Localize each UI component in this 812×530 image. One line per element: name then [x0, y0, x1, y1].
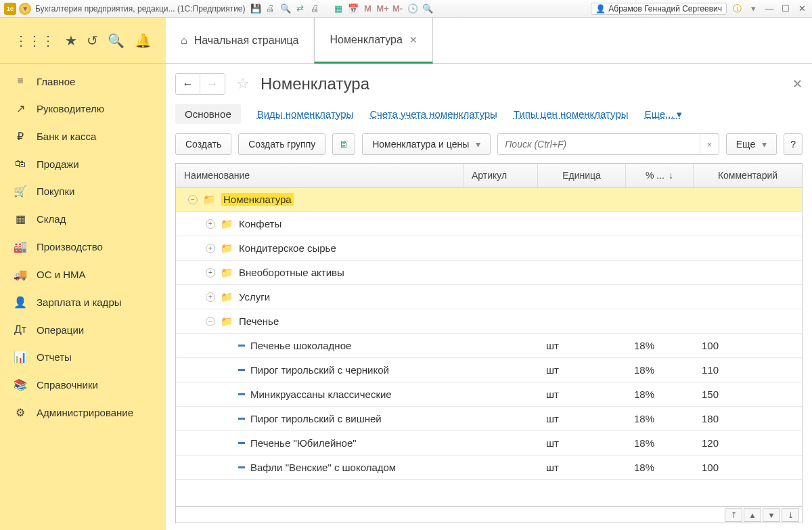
scroll-top-button[interactable]: ⤒ [725, 508, 742, 522]
info-dropdown-icon[interactable]: ▾ [747, 3, 759, 15]
memory-mminus-icon[interactable]: M- [392, 3, 404, 15]
sidebar-item-0[interactable]: ≡Главное [0, 68, 166, 95]
favorite-star-icon[interactable]: ☆ [236, 75, 250, 93]
tree-toggle-icon[interactable]: + [206, 244, 215, 253]
search-input[interactable] [498, 134, 699, 154]
table-row[interactable]: Миникруассаны классическиешт18%150 [176, 382, 802, 407]
tree-toggle-icon[interactable]: − [188, 195, 198, 204]
create-group-button[interactable]: Создать группу [238, 133, 325, 155]
sidebar-item-7[interactable]: 🚚ОС и НМА [0, 261, 166, 288]
sidebar-item-5[interactable]: ▦Склад [0, 205, 166, 233]
sidebar-item-11[interactable]: 📚Справочники [0, 371, 166, 399]
more-actions-button[interactable]: Еще [726, 133, 777, 155]
col-vat-header[interactable]: % ...↓ [626, 164, 694, 187]
tree-toggle-icon[interactable]: + [206, 219, 215, 229]
table-row[interactable]: +📁Внеоборотные активы [176, 261, 802, 285]
tree-toggle-icon[interactable]: + [206, 292, 215, 302]
calendar-icon[interactable]: 📅 [347, 3, 359, 15]
tab-home[interactable]: ⌂ Начальная страница [166, 18, 314, 63]
sidebar-icon: ≡ [14, 75, 27, 87]
col-name-header[interactable]: Наименование [176, 164, 464, 187]
compare-icon[interactable]: ⇄ [294, 3, 307, 15]
folder-icon: 📁 [203, 194, 216, 206]
tree-toggle-icon[interactable]: − [206, 317, 215, 326]
nav-forward-button[interactable]: → [200, 74, 225, 94]
table-row[interactable]: Печенье "Юбилейное"шт18%120 [176, 431, 802, 456]
print2-icon[interactable]: 🖨 [309, 3, 321, 15]
sublink-accounts[interactable]: Счета учета номенклатуры [369, 108, 497, 120]
pick-from-file-button[interactable]: 🗎 [332, 133, 355, 155]
sublink-price-types[interactable]: Типы цен номенклатуры [514, 108, 629, 120]
table-row[interactable]: −📁Печенье [176, 309, 802, 334]
create-button[interactable]: Создать [175, 133, 231, 155]
sidebar-item-4[interactable]: 🛒Покупки [0, 177, 166, 205]
sidebar-item-label: Справочники [37, 379, 98, 391]
table-row[interactable]: +📁Услуги [176, 285, 802, 309]
user-icon: 👤 [595, 4, 606, 14]
sublink-more[interactable]: Еще... [645, 108, 682, 120]
scroll-up-button[interactable]: ▲ [744, 508, 761, 522]
sidebar-item-label: Зарплата и кадры [37, 296, 122, 308]
calculator-icon[interactable]: ▦ [332, 3, 344, 15]
minimize-button[interactable]: — [763, 3, 775, 14]
col-sku-header[interactable]: Артикул [464, 164, 538, 187]
sidebar-item-9[interactable]: ДтОперации [0, 316, 166, 343]
scroll-down-button[interactable]: ▼ [763, 508, 780, 522]
help-button[interactable]: ? [784, 133, 803, 155]
clock-icon[interactable]: 🕓 [407, 3, 419, 15]
app-menu-dropdown[interactable]: ▾ [19, 3, 31, 15]
table-row[interactable]: Пирог тирольский с вишнейшт18%180 [176, 407, 802, 431]
grid-footer: ⤒ ▲ ▼ ⤓ [176, 506, 802, 523]
data-grid: Наименование Артикул Единица % ...↓ Комм… [175, 163, 803, 523]
table-row[interactable]: −📁Номенклатура [176, 187, 802, 212]
row-vat: 18% [626, 409, 694, 428]
history-icon[interactable]: ↺ [87, 32, 98, 49]
sidebar-item-10[interactable]: 📊Отчеты [0, 343, 166, 371]
table-row[interactable]: +📁Кондитерское сырье [176, 236, 802, 261]
sublink-main[interactable]: Основное [175, 104, 241, 124]
row-name: Пирог тирольский с черникой [250, 364, 389, 376]
sidebar-item-6[interactable]: 🏭Производство [0, 233, 166, 261]
print-icon[interactable]: 🖨 [265, 3, 277, 15]
sidebar: ≡Главное↗Руководителю₽Банк и касса🛍Прода… [0, 64, 166, 530]
search-clear-button[interactable]: × [700, 134, 719, 154]
tab-close-icon[interactable]: ✕ [409, 35, 418, 45]
sidebar-item-12[interactable]: ⚙Администрирование [0, 399, 166, 426]
sidebar-item-2[interactable]: ₽Банк и касса [0, 123, 166, 150]
search-global-icon[interactable]: 🔍 [108, 32, 125, 49]
memory-m-icon[interactable]: M [362, 3, 374, 15]
row-unit [538, 244, 626, 252]
close-window-button[interactable]: ✕ [796, 3, 808, 14]
save-icon[interactable]: 💾 [250, 3, 262, 15]
item-icon [238, 442, 245, 444]
table-row[interactable]: Пирог тирольский с черникойшт18%110 [176, 358, 802, 382]
bell-icon[interactable]: 🔔 [135, 32, 152, 49]
scroll-bottom-button[interactable]: ⤓ [782, 508, 799, 522]
row-comment: 110 [694, 360, 802, 380]
info-icon[interactable]: ⓘ [731, 3, 743, 15]
zoom-icon[interactable]: 🔍 [422, 3, 434, 15]
tree-toggle-icon[interactable]: + [206, 268, 215, 278]
page-close-button[interactable]: ✕ [792, 76, 803, 91]
tab-nomenclature[interactable]: Номенклатура ✕ [314, 17, 432, 64]
memory-mplus-icon[interactable]: M+ [377, 3, 389, 15]
col-unit-header[interactable]: Единица [538, 164, 626, 187]
table-row[interactable]: +📁Конфеты [176, 212, 802, 236]
user-badge[interactable]: 👤 Абрамов Геннадий Сергеевич [591, 3, 727, 15]
sidebar-item-1[interactable]: ↗Руководителю [0, 95, 166, 123]
nav-back-button[interactable]: ← [176, 74, 200, 94]
nomenclature-prices-dropdown[interactable]: Номенклатура и цены [362, 133, 491, 155]
grid-body: −📁Номенклатура+📁Конфеты+📁Кондитерское сы… [176, 187, 802, 506]
apps-icon[interactable]: ⋮⋮⋮ [14, 32, 55, 49]
maximize-button[interactable]: ☐ [780, 3, 792, 14]
table-row[interactable]: Вафли "Венские" с шоколадомшт18%100 [176, 456, 802, 480]
sidebar-item-3[interactable]: 🛍Продажи [0, 150, 166, 177]
sublink-types[interactable]: Виды номенклатуры [257, 108, 354, 120]
row-vat: 18% [626, 384, 694, 404]
table-row[interactable]: Печенье шоколадноешт18%100 [176, 334, 802, 358]
sidebar-item-8[interactable]: 👤Зарплата и кадры [0, 288, 166, 316]
star-icon[interactable]: ★ [65, 32, 77, 49]
preview-icon[interactable]: 🔍 [279, 3, 292, 15]
row-name: Печенье [239, 315, 279, 327]
col-comment-header[interactable]: Комментарий [694, 164, 802, 187]
